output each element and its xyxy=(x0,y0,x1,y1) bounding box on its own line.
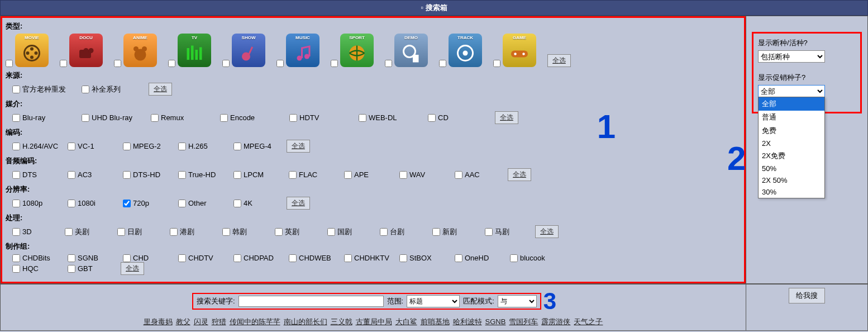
process-item[interactable]: 国剧 xyxy=(321,227,371,237)
process-item[interactable]: 日剧 xyxy=(111,227,161,237)
process-checkbox[interactable] xyxy=(65,228,73,236)
process-item[interactable]: 韩剧 xyxy=(216,227,266,237)
category-icon-music[interactable]: MUSIC xyxy=(286,34,319,67)
hot-link[interactable]: 大白鲨 xyxy=(395,317,417,326)
mode-select[interactable]: 与 xyxy=(498,295,537,307)
source-item[interactable]: 补全系列 xyxy=(75,84,142,94)
audio-checkbox[interactable] xyxy=(344,171,352,179)
audio-item[interactable]: LPCM xyxy=(227,170,280,179)
medium-checkbox[interactable] xyxy=(289,114,297,122)
team-checkbox[interactable] xyxy=(68,265,75,273)
show-dead-select[interactable]: 包括断种 xyxy=(758,50,825,63)
show-promo-select[interactable]: 全部 xyxy=(758,85,825,97)
process-item[interactable]: 马剧 xyxy=(478,227,528,237)
process-item[interactable]: 新剧 xyxy=(426,227,476,237)
range-select[interactable]: 标题 xyxy=(407,295,460,307)
audio-checkbox[interactable] xyxy=(12,171,20,179)
codec-checkbox[interactable] xyxy=(12,143,20,150)
category-icon-demo[interactable]: DEMO xyxy=(394,34,428,67)
team-item[interactable]: CHDPAD xyxy=(227,254,280,262)
team-item[interactable]: CHDWEB xyxy=(282,254,335,262)
category-checkbox-anime[interactable] xyxy=(114,60,121,67)
category-icon-docu[interactable]: DOCU xyxy=(69,34,103,67)
audio-checkbox[interactable] xyxy=(399,171,407,179)
codec-item[interactable]: VC-1 xyxy=(61,142,114,150)
audio-checkbox[interactable] xyxy=(289,171,297,179)
medium-checkbox[interactable] xyxy=(82,114,89,122)
team-checkbox[interactable] xyxy=(289,254,297,262)
category-checkbox-docu[interactable] xyxy=(60,60,67,67)
category-icon-show[interactable]: SHOW xyxy=(232,34,265,67)
category-icon-track[interactable]: TRACK xyxy=(449,34,482,67)
hot-link[interactable]: 霹雳游侠 xyxy=(541,317,570,326)
hot-link[interactable]: 天气之子 xyxy=(574,317,603,326)
process-item[interactable]: 3D xyxy=(6,227,56,236)
team-item[interactable]: HQC xyxy=(6,264,59,273)
resolution-item[interactable]: 1080p xyxy=(6,199,59,207)
team-item[interactable]: CHDTV xyxy=(171,254,225,262)
audio-item[interactable]: True-HD xyxy=(171,170,225,179)
hot-link[interactable]: 古董局中局 xyxy=(356,317,392,326)
promo-dropdown[interactable]: 全部普通免费2X2X免费50%2X 50%30% xyxy=(758,97,825,198)
resolution-checkbox[interactable] xyxy=(68,200,75,207)
audio-item[interactable]: AAC xyxy=(448,170,501,179)
audio-item[interactable]: DTS xyxy=(6,170,59,179)
codec-checkbox[interactable] xyxy=(233,143,241,150)
process-checkbox[interactable] xyxy=(485,228,493,236)
team-checkbox[interactable] xyxy=(12,265,20,273)
process-checkbox[interactable] xyxy=(170,228,178,236)
medium-checkbox[interactable] xyxy=(359,114,366,122)
category-checkbox-demo[interactable] xyxy=(385,60,392,67)
codec-checkbox[interactable] xyxy=(123,143,131,150)
promo-option[interactable]: 30% xyxy=(759,186,824,198)
team-checkbox[interactable] xyxy=(399,254,407,262)
hot-link[interactable]: 传闻中的陈芊芊 xyxy=(230,317,280,326)
source-select-all[interactable]: 全选 xyxy=(149,83,172,96)
hot-link[interactable]: 三义戟 xyxy=(331,317,352,326)
audio-item[interactable]: DTS-HD xyxy=(116,170,169,179)
team-checkbox[interactable] xyxy=(123,254,131,262)
category-checkbox-music[interactable] xyxy=(276,60,284,67)
promo-option[interactable]: 2X免费 xyxy=(759,149,824,163)
category-icon-anime[interactable]: ANIME xyxy=(123,34,157,67)
source-checkbox[interactable] xyxy=(12,86,20,93)
hot-link[interactable]: SGNB xyxy=(485,317,506,326)
audio-checkbox[interactable] xyxy=(68,171,75,179)
medium-item[interactable]: UHD Blu-ray xyxy=(75,113,142,122)
audio-item[interactable]: AC3 xyxy=(61,170,114,179)
collapse-icon[interactable]: ▫ xyxy=(421,3,423,12)
submit-button[interactable]: 给我搜 xyxy=(789,288,825,303)
audio-item[interactable]: WAV xyxy=(393,170,446,179)
medium-item[interactable]: CD xyxy=(421,113,488,122)
source-checkbox[interactable] xyxy=(82,86,89,93)
hot-link[interactable]: 里身毒妈 xyxy=(144,317,173,326)
process-checkbox[interactable] xyxy=(380,228,388,236)
promo-option[interactable]: 普通 xyxy=(759,111,824,124)
promo-option[interactable]: 免费 xyxy=(759,124,824,137)
audio-checkbox[interactable] xyxy=(233,171,241,179)
hot-link[interactable]: 闪灵 xyxy=(194,317,208,326)
audio-checkbox[interactable] xyxy=(178,171,186,179)
resolution-checkbox[interactable] xyxy=(123,200,131,207)
resolution-item[interactable]: Other xyxy=(171,199,225,207)
promo-option[interactable]: 全部 xyxy=(759,97,824,111)
category-icon-game[interactable]: GAME xyxy=(503,34,536,67)
medium-select-all[interactable]: 全选 xyxy=(495,111,518,124)
resolution-item[interactable]: 4K xyxy=(227,199,280,207)
team-item[interactable]: blucook xyxy=(503,254,556,262)
promo-option[interactable]: 2X 50% xyxy=(759,174,824,186)
team-checkbox[interactable] xyxy=(12,254,20,262)
hot-link[interactable]: 南山的部长们 xyxy=(284,317,327,326)
codec-item[interactable]: MPEG-4 xyxy=(227,142,280,150)
category-checkbox-game[interactable] xyxy=(493,60,500,67)
codec-item[interactable]: H.264/AVC xyxy=(6,142,59,150)
process-checkbox[interactable] xyxy=(432,228,440,236)
medium-item[interactable]: Blu-ray xyxy=(6,113,73,122)
hot-link[interactable]: 雪国列车 xyxy=(509,317,538,326)
resolution-checkbox[interactable] xyxy=(12,200,20,207)
category-icon-sport[interactable]: SPORT xyxy=(340,34,374,67)
category-checkbox-show[interactable] xyxy=(222,60,230,67)
team-item[interactable]: GBT xyxy=(61,264,114,273)
team-item[interactable]: SGNB xyxy=(61,254,114,262)
process-checkbox[interactable] xyxy=(117,228,125,236)
